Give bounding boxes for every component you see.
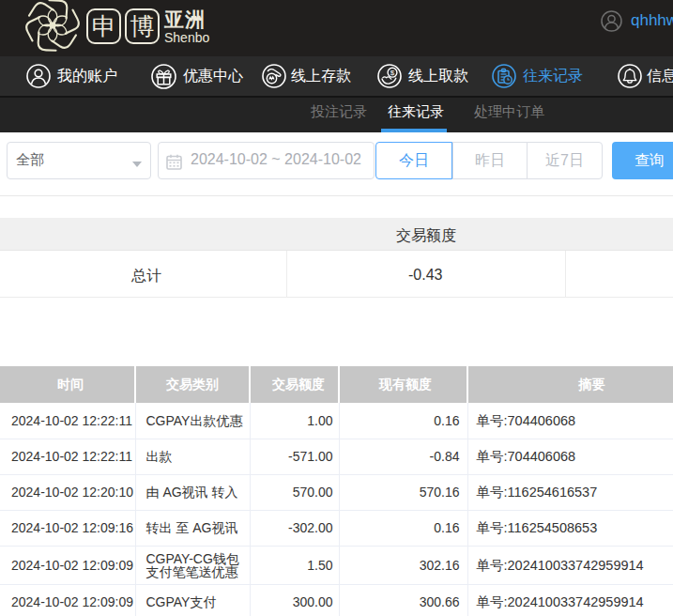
svg-text:$: $ <box>390 69 395 77</box>
